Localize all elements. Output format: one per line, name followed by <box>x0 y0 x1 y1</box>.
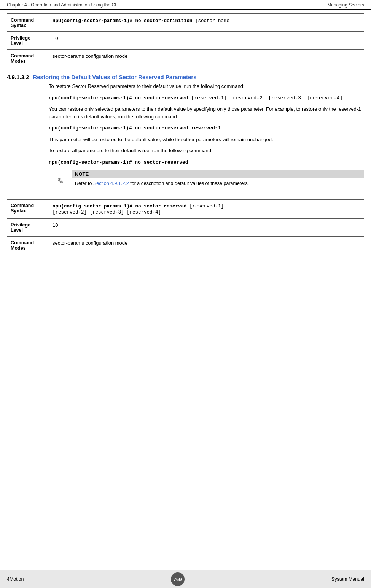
page-number-badge: 769 <box>171 572 185 586</box>
note-box: ✎ NOTE Refer to Section 4.9.1.2.2 for a … <box>49 170 364 193</box>
body-paragraph-1: To restore Sector Reserved parameters to… <box>49 83 364 90</box>
body-paragraph-2: You can restore only selected parameters… <box>49 105 364 120</box>
privilege-level-value: 10 <box>49 32 364 50</box>
command-1-block: npu(config-sector-params-1)# no sector-r… <box>49 94 364 102</box>
bottom-info-table: CommandSyntax npu(config-sector-params-1… <box>7 199 364 254</box>
table-row: CommandModes sector-params configuration… <box>7 50 364 67</box>
table-row: CommandSyntax npu(config-sector-params-1… <box>7 199 364 219</box>
table-row: CommandModes sector-params configuration… <box>7 237 364 254</box>
command-modes-label-2: CommandModes <box>7 237 49 254</box>
body-paragraph-4: To restore all parameters to their defau… <box>49 147 364 155</box>
footer-left: 4Motion <box>7 577 24 582</box>
command-syntax-label-2: CommandSyntax <box>7 199 49 219</box>
page-header: Chapter 4 - Operation and Administration… <box>0 0 371 10</box>
header-right: Managing Sectors <box>327 2 364 8</box>
note-content: NOTE Refer to Section 4.9.1.2.2 for a de… <box>72 170 364 190</box>
header-left: Chapter 4 - Operation and Administration… <box>7 2 119 8</box>
note-icon: ✎ <box>54 175 67 188</box>
command-syntax-value: npu(config-sector-params-1)# no sector-d… <box>49 14 364 32</box>
note-header: NOTE <box>72 170 364 178</box>
command-syntax-value-2: npu(config-sector-params-1)# no sector-r… <box>49 199 364 219</box>
footer-right: System Manual <box>331 577 364 582</box>
privilege-level-label: PrivilegeLevel <box>7 32 49 50</box>
section-heading-4913: 4.9.1.3.2 Restoring the Default Values o… <box>7 74 364 80</box>
note-body-suffix: for a description and default values of … <box>129 181 249 186</box>
body-paragraph-3: This parameter will be restored to the d… <box>49 136 364 143</box>
note-icon-cell: ✎ <box>49 170 72 193</box>
command-2-block: npu(config-sector-params-1)# no sector-r… <box>49 124 364 132</box>
command-syntax-label: CommandSyntax <box>7 14 49 32</box>
section-number: 4.9.1.3.2 <box>7 74 29 80</box>
cmd-syntax-normal: [sector-name] <box>193 18 232 24</box>
cmd1-bold: npu(config-sector-params-1)# no sector-r… <box>49 95 188 101</box>
table-row: CommandSyntax npu(config-sector-params-1… <box>7 14 364 32</box>
note-body: Refer to Section 4.9.1.2.2 for a descrip… <box>72 178 364 190</box>
command-modes-value: sector-params configuration mode <box>49 50 364 67</box>
section-title: Restoring the Default Values of Sector R… <box>33 74 196 80</box>
cmd-syntax-bold: npu(config-sector-params-1)# no sector-d… <box>53 18 193 24</box>
top-info-table: CommandSyntax npu(config-sector-params-1… <box>7 13 364 67</box>
note-link[interactable]: Section 4.9.1.2.2 <box>93 181 129 186</box>
page-content: CommandSyntax npu(config-sector-params-1… <box>0 10 371 570</box>
privilege-level-label-2: PrivilegeLevel <box>7 219 49 237</box>
cmd3-bold: npu(config-sector-params-1)# no sector-r… <box>49 159 188 165</box>
command-modes-label: CommandModes <box>7 50 49 67</box>
cmd-syntax-bold-2: npu(config-sector-params-1)# no sector-r… <box>53 204 187 209</box>
command-3-block: npu(config-sector-params-1)# no sector-r… <box>49 158 364 166</box>
table-row: PrivilegeLevel 10 <box>7 32 364 50</box>
note-body-prefix: Refer to <box>75 181 93 186</box>
page-footer: 4Motion 769 System Manual <box>0 570 371 588</box>
cmd2-bold: npu(config-sector-params-1)# no sector-r… <box>49 125 221 131</box>
privilege-level-value-2: 10 <box>49 219 364 237</box>
command-modes-value-2: sector-params configuration mode <box>49 237 364 254</box>
table-row: PrivilegeLevel 10 <box>7 219 364 237</box>
page-number: 769 <box>174 577 182 582</box>
cmd1-normal: [reserved-1] [reserved-2] [reserved-3] [… <box>188 95 343 101</box>
